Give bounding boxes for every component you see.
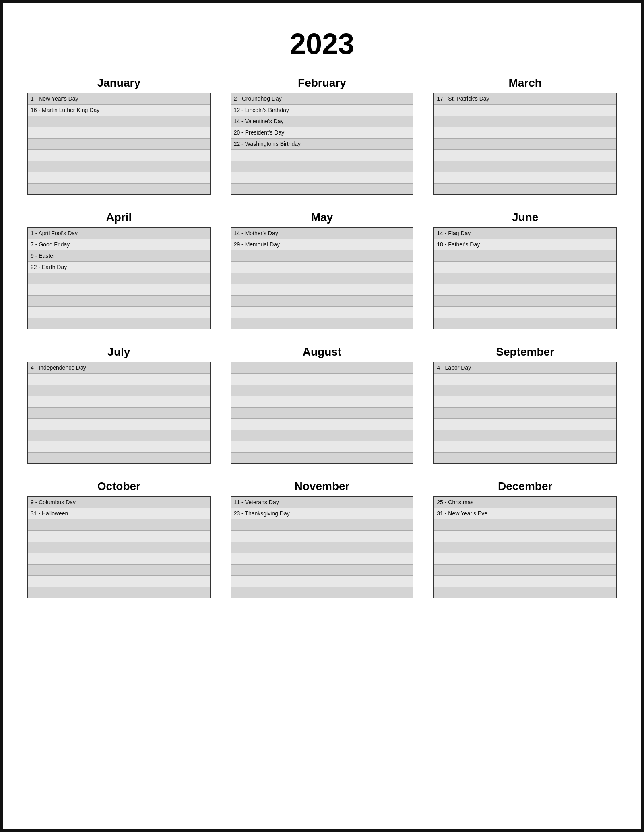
table-row [434, 430, 616, 441]
table-row [28, 149, 210, 161]
table-row [28, 542, 210, 553]
table-row [231, 407, 413, 418]
holiday-cell [28, 519, 210, 530]
table-row: 14 - Mother's Day [231, 228, 413, 239]
table-row: 9 - Columbus Day [28, 497, 210, 508]
holiday-cell: 16 - Martin Luther King Day [28, 104, 210, 116]
holiday-cell: 22 - Earth Day [28, 261, 210, 273]
table-row: 1 - New Year's Day [28, 93, 210, 104]
table-row [28, 418, 210, 430]
table-row [28, 575, 210, 587]
holiday-cell [28, 564, 210, 575]
holiday-cell: 1 - New Year's Day [28, 93, 210, 104]
holiday-cell [434, 441, 616, 452]
holiday-cell [434, 261, 616, 273]
holiday-cell [434, 284, 616, 295]
holiday-cell [28, 553, 210, 564]
holiday-cell [28, 116, 210, 127]
holiday-cell [28, 318, 210, 329]
table-row: 14 - Flag Day [434, 228, 616, 239]
table-row [28, 407, 210, 418]
table-row [231, 553, 413, 564]
holiday-cell [28, 149, 210, 161]
holiday-cell [28, 452, 210, 464]
holiday-cell [434, 161, 616, 172]
table-row [28, 452, 210, 464]
month-title-july: July [27, 346, 211, 358]
table-row: 9 - Easter [28, 250, 210, 261]
month-block-december: December25 - Christmas31 - New Year's Ev… [433, 480, 617, 598]
holiday-cell [28, 172, 210, 183]
holiday-cell [231, 261, 413, 273]
month-table-june: 14 - Flag Day18 - Father's Day [433, 227, 617, 329]
holiday-cell [434, 452, 616, 464]
table-row [434, 250, 616, 261]
table-row [434, 407, 616, 418]
table-row [231, 273, 413, 284]
table-row [231, 183, 413, 195]
holiday-cell [231, 273, 413, 284]
table-row [434, 149, 616, 161]
table-row [28, 519, 210, 530]
table-row [231, 385, 413, 396]
table-row: 22 - Earth Day [28, 261, 210, 273]
table-row [28, 273, 210, 284]
table-row [28, 127, 210, 138]
month-table-march: 17 - St. Patrick's Day [433, 93, 617, 195]
holiday-cell [434, 553, 616, 564]
table-row [434, 306, 616, 318]
month-title-september: September [433, 346, 617, 358]
holiday-cell [231, 407, 413, 418]
table-row [28, 396, 210, 407]
month-block-march: March17 - St. Patrick's Day [433, 77, 617, 195]
table-row [434, 373, 616, 385]
holiday-cell [231, 295, 413, 306]
month-table-july: 4 - Independence Day [27, 362, 211, 464]
holiday-cell [434, 250, 616, 261]
table-row: 31 - New Year's Eve [434, 508, 616, 519]
table-row [231, 373, 413, 385]
table-row [28, 564, 210, 575]
table-row [434, 553, 616, 564]
holiday-cell [28, 161, 210, 172]
holiday-cell [434, 127, 616, 138]
holiday-cell: 1 - April Fool's Day [28, 228, 210, 239]
table-row [231, 452, 413, 464]
holiday-cell: 20 - President's Day [231, 127, 413, 138]
holiday-cell [28, 284, 210, 295]
holiday-cell: 29 - Memorial Day [231, 239, 413, 250]
table-row [231, 418, 413, 430]
holiday-cell [28, 373, 210, 385]
table-row [231, 295, 413, 306]
table-row [434, 564, 616, 575]
holiday-cell [231, 575, 413, 587]
table-row [28, 587, 210, 598]
month-block-february: February2 - Groundhog Day12 - Lincoln's … [231, 77, 414, 195]
holiday-cell: 14 - Mother's Day [231, 228, 413, 239]
table-row [434, 284, 616, 295]
holiday-cell: 14 - Flag Day [434, 228, 616, 239]
holiday-cell: 23 - Thanksgiving Day [231, 508, 413, 519]
holiday-cell [28, 183, 210, 195]
month-title-may: May [231, 211, 414, 224]
table-row [28, 373, 210, 385]
holiday-cell [231, 418, 413, 430]
table-row [434, 295, 616, 306]
month-block-may: May14 - Mother's Day29 - Memorial Day [231, 211, 414, 329]
month-title-august: August [231, 346, 414, 358]
holiday-cell [231, 318, 413, 329]
table-row: 4 - Labor Day [434, 362, 616, 373]
holiday-cell [28, 418, 210, 430]
table-row: 12 - Lincoln's Birthday [231, 104, 413, 116]
table-row [28, 530, 210, 542]
month-block-november: November11 - Veterans Day23 - Thanksgivi… [231, 480, 414, 598]
table-row [28, 430, 210, 441]
table-row: 11 - Veterans Day [231, 497, 413, 508]
holiday-cell [28, 407, 210, 418]
holiday-cell [434, 396, 616, 407]
table-row [434, 542, 616, 553]
holiday-cell [28, 273, 210, 284]
holiday-cell [434, 418, 616, 430]
month-table-august [231, 362, 414, 464]
table-row: 23 - Thanksgiving Day [231, 508, 413, 519]
